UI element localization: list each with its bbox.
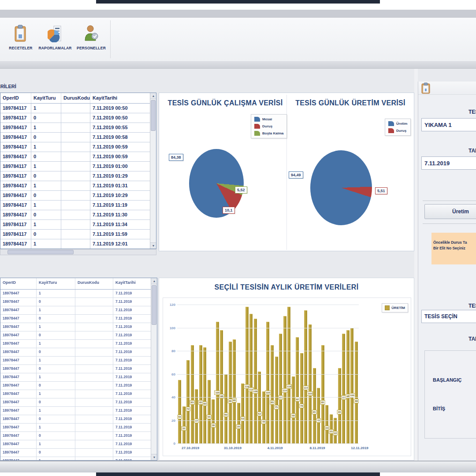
bar[interactable]: 105	[216, 322, 219, 443]
table-row[interactable]: 1897844717.11.2019	[0, 323, 152, 331]
tarih-field[interactable]: 7.11.2019	[421, 156, 476, 170]
table-row[interactable]: 1897844717.11.2019	[0, 340, 152, 348]
tesis-field[interactable]: YIKAMA 1	[421, 118, 476, 131]
bar[interactable]: 105	[266, 322, 269, 443]
uretim-button[interactable]: Üretim	[424, 204, 476, 219]
bar[interactable]: 58	[292, 376, 295, 443]
bar[interactable]: 25	[330, 414, 333, 443]
table-row[interactable]: 1897844717.11.2019	[0, 357, 152, 365]
bar[interactable]: 75	[275, 357, 278, 443]
scroll-thumb[interactable]	[7, 250, 74, 254]
bar[interactable]: 95	[342, 334, 345, 443]
bar[interactable]: 85	[191, 345, 194, 443]
table-row[interactable]: 18978411717.11.2019 11:34	[0, 220, 151, 230]
bar[interactable]: 72	[186, 360, 190, 443]
bar[interactable]: 108	[254, 319, 257, 444]
column-header[interactable]: OperID	[0, 278, 37, 289]
column-header[interactable]: DurusKodu	[75, 278, 113, 289]
bar[interactable]: 52	[241, 383, 244, 444]
table-row[interactable]: 1897844717.11.2019	[0, 306, 152, 315]
bar[interactable]: 100	[350, 328, 353, 444]
bar[interactable]: 33	[325, 405, 328, 443]
horizontal-scrollbar[interactable]	[0, 249, 156, 255]
table-row[interactable]: 18978411707.11.2019 01:29	[0, 171, 151, 181]
bar[interactable]: 45	[262, 391, 265, 443]
table-row[interactable]: 18978441717.11.2019 00:59	[0, 142, 151, 152]
table-row[interactable]: 18978441707.11.2019 10:29	[0, 191, 151, 201]
bar[interactable]: 98	[346, 330, 350, 443]
bar[interactable]: 60	[224, 374, 227, 444]
table-row[interactable]: 18978411717.11.2019 01:00	[0, 162, 151, 171]
tesis-select-dropdown[interactable]: TESİS SEÇİN	[421, 310, 476, 323]
table-row[interactable]: 1897844717.11.2019	[0, 407, 152, 415]
scroll-down-arrow[interactable]: ▼	[150, 242, 156, 249]
bar[interactable]: 88	[229, 342, 232, 443]
table-row[interactable]: 18978411707.11.2019 00:50	[0, 113, 151, 123]
bar[interactable]: 90	[233, 339, 236, 443]
bar[interactable]: 115	[304, 310, 307, 443]
table-row[interactable]: 1897844707.11.2019	[0, 432, 152, 440]
bar[interactable]: 48	[317, 388, 320, 443]
bar[interactable]: 98	[220, 330, 223, 443]
bar[interactable]: 110	[283, 316, 286, 443]
table-row[interactable]: 1897844707.11.2019	[0, 449, 152, 457]
table-row[interactable]: 1897844717.11.2019	[0, 290, 152, 298]
table-row[interactable]: 1897844707.11.2019	[0, 365, 152, 373]
table-row[interactable]: 1897844717.11.2019	[0, 373, 152, 382]
raporlamalar-button[interactable]: RAPORLAMALAR	[38, 22, 72, 58]
table-row[interactable]: 1897844717.11.2019	[0, 457, 152, 461]
table-row[interactable]: 1897844707.11.2019	[0, 398, 152, 407]
table-row[interactable]: 18978441707.11.2019 11:30	[0, 210, 151, 220]
bar[interactable]: 65	[313, 368, 316, 443]
table-row[interactable]: 18978411707.11.2019 11:59	[0, 230, 151, 239]
vertical-scrollbar[interactable]: ▲ ▼	[150, 93, 156, 249]
bar[interactable]: 65	[338, 368, 341, 443]
table-row[interactable]: 18978441717.11.2019 00:55	[0, 123, 151, 133]
scroll-down-arrow[interactable]: ▼	[151, 454, 157, 460]
bar[interactable]: 78	[300, 353, 303, 443]
bar[interactable]: 38	[212, 399, 215, 443]
table-row[interactable]: 1897844707.11.2019	[0, 348, 152, 357]
vertical-scrollbar[interactable]: ▲ ▼	[151, 278, 157, 460]
bar[interactable]: 88	[355, 342, 358, 443]
scroll-thumb[interactable]	[151, 100, 156, 131]
table-row[interactable]: 1897844707.11.2019	[0, 331, 152, 340]
bar[interactable]: 85	[199, 345, 202, 443]
scroll-up-arrow[interactable]: ▲	[150, 93, 156, 99]
personeller-button[interactable]: PERSONELLER	[74, 22, 108, 58]
bar[interactable]: 103	[309, 324, 312, 443]
table-row[interactable]: 1897844707.11.2019	[0, 382, 152, 390]
bar[interactable]: 62	[258, 372, 261, 443]
table-row[interactable]: 1897844717.11.2019	[0, 390, 152, 398]
table-row[interactable]: 18978441717.11.2019 01:31	[0, 181, 151, 191]
column-header[interactable]: KayitTuru	[31, 93, 61, 103]
table-row[interactable]: 18978441717.11.2019 12:01	[0, 239, 151, 249]
bar[interactable]: 83	[203, 347, 206, 443]
table-row[interactable]: 18978411717.11.2019 00:50	[0, 104, 151, 113]
table-row[interactable]: 1897844717.11.2019	[0, 440, 152, 449]
receteler-button[interactable]: RECETELER	[4, 22, 38, 58]
column-header[interactable]: OperID	[0, 93, 31, 103]
bar[interactable]: 92	[296, 337, 299, 444]
column-header[interactable]: DurusKodu	[61, 93, 90, 103]
scroll-up-arrow[interactable]: ▲	[151, 278, 157, 284]
column-header[interactable]: KayitTuru	[37, 278, 75, 289]
table-row[interactable]: 1897844707.11.2019	[0, 298, 152, 306]
bar[interactable]: 35	[237, 403, 240, 443]
scroll-thumb[interactable]	[152, 285, 156, 325]
bar[interactable]: 55	[178, 380, 181, 443]
table-row[interactable]: 18978441707.11.2019 00:59	[0, 152, 151, 162]
bar[interactable]: 85	[321, 345, 324, 443]
bar[interactable]: 22	[334, 418, 337, 443]
table-row[interactable]: 18978441707.11.2019 00:58	[0, 133, 151, 142]
bar[interactable]: 32	[182, 406, 186, 443]
bar[interactable]: 85	[271, 345, 274, 443]
bar[interactable]: 112	[249, 314, 253, 443]
column-header[interactable]: KayitTarihi	[90, 93, 156, 103]
bar[interactable]: 55	[208, 380, 211, 443]
table-row[interactable]: 1897844707.11.2019	[0, 415, 152, 424]
table-row[interactable]: 1897844707.11.2019	[0, 315, 152, 323]
clipboard-icon[interactable]	[421, 82, 431, 94]
table-row[interactable]: 18978441717.11.2019 11:19	[0, 201, 151, 210]
table-row[interactable]: 1897844717.11.2019	[0, 424, 152, 432]
